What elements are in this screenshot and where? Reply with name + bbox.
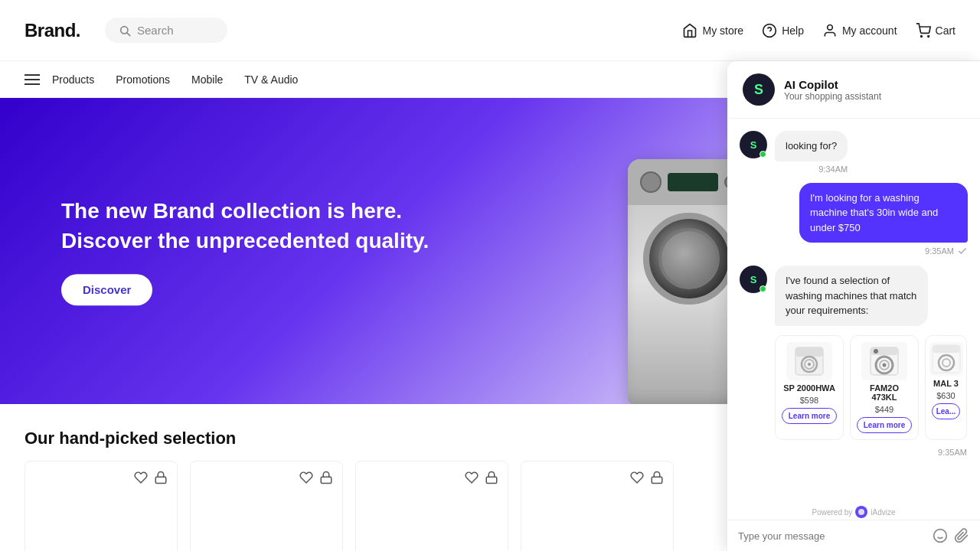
product-price-3: $630 — [936, 391, 955, 400]
chat-message-input[interactable] — [738, 530, 926, 542]
chat-product-1: SP 2000HWA $598 Learn more — [775, 335, 844, 440]
cart-add-icon[interactable] — [319, 471, 333, 484]
cart-add-icon[interactable] — [154, 471, 168, 484]
product-image-3 — [929, 342, 963, 376]
svg-rect-9 — [486, 477, 497, 483]
my-store-label: My store — [702, 24, 743, 37]
nav-promotions[interactable]: Promotions — [116, 73, 170, 86]
product-price-2: $449 — [875, 405, 893, 414]
svg-point-4 — [828, 24, 833, 30]
read-receipt-icon — [957, 246, 968, 256]
hero-discover-button[interactable]: Discover — [61, 275, 152, 306]
svg-rect-8 — [321, 477, 332, 483]
svg-point-27 — [934, 530, 947, 543]
cart-icon — [916, 23, 931, 38]
cart-add-icon[interactable] — [650, 471, 664, 484]
help-label: Help — [782, 24, 804, 37]
my-store-button[interactable]: My store — [682, 23, 743, 38]
chat-message-2: I'm looking for a washing machine that's… — [740, 183, 968, 257]
my-account-button[interactable]: My account — [822, 23, 897, 38]
nav-products[interactable]: Products — [52, 73, 94, 86]
chat-input-row — [727, 520, 980, 551]
svg-rect-23 — [933, 345, 960, 353]
product-learn-more-2[interactable]: Learn more — [857, 417, 912, 433]
nav-mobile[interactable]: Mobile — [191, 73, 223, 86]
msg-time-3: 9:35AM — [775, 448, 967, 457]
user-message-bubble: I'm looking for a washing machine that's… — [799, 183, 968, 243]
attachment-icon[interactable] — [954, 528, 969, 543]
chat-title: AI Copilot — [784, 78, 881, 91]
chat-messages: S looking for? 9:34AM I'm looking for a … — [727, 119, 980, 503]
product-card-3 — [355, 461, 508, 551]
cart-add-icon[interactable] — [485, 471, 498, 484]
my-account-label: My account — [842, 24, 897, 37]
nav-actions: My store Help My account Cart — [682, 23, 956, 38]
cart-label: Cart — [936, 24, 956, 37]
wishlist-icon[interactable] — [299, 471, 313, 484]
wishlist-icon[interactable] — [465, 471, 479, 484]
powered-by-text: Powered by — [812, 508, 852, 517]
powered-brand-text: iAdvize — [871, 508, 895, 517]
ai-avatar: S — [743, 73, 775, 106]
chat-subtitle: Your shopping assistant — [784, 91, 881, 102]
chat-product-2: FAM2O 473KL $449 Learn more — [850, 335, 919, 440]
emoji-icon[interactable] — [933, 528, 948, 543]
product-card-4 — [521, 461, 674, 551]
hero-content: The new Brand collection is here. Discov… — [61, 196, 429, 305]
wishlist-icon[interactable] — [630, 471, 644, 484]
search-icon — [119, 24, 131, 37]
svg-rect-21 — [874, 349, 878, 354]
msg-time-2: 9:35AM — [799, 246, 968, 256]
search-text: Search — [137, 24, 174, 37]
svg-point-6 — [927, 35, 929, 37]
powered-by-footer: Powered by iAdvize — [727, 503, 980, 520]
store-icon — [682, 23, 697, 38]
chat-message-3: S I've found a selection of washing mach… — [740, 266, 968, 457]
washer-img-icon-2 — [867, 344, 901, 378]
chat-message-1: S looking for? 9:34AM — [740, 131, 968, 174]
wishlist-icon[interactable] — [134, 471, 148, 484]
hamburger-menu[interactable] — [24, 74, 40, 85]
svg-rect-10 — [652, 477, 662, 483]
brand-logo[interactable]: Brand. — [24, 20, 80, 41]
search-bar[interactable]: Search — [105, 18, 227, 43]
bot-avatar-1: S — [740, 131, 767, 158]
hero-title: The new Brand collection is here. Discov… — [61, 196, 429, 256]
svg-point-20 — [883, 363, 887, 367]
product-name-3: MAL 3 — [933, 379, 959, 388]
chat-product-3: MAL 3 $630 Lea... — [925, 335, 967, 440]
iadvize-logo — [855, 506, 867, 518]
product-learn-more-3[interactable]: Lea... — [932, 403, 960, 419]
svg-rect-12 — [795, 347, 823, 357]
bot-message-bubble-2: I've found a selection of washing machin… — [775, 266, 928, 326]
chat-product-list: SP 2000HWA $598 Learn more — [775, 335, 967, 440]
msg-time-1: 9:34AM — [775, 165, 848, 174]
bot-avatar-2: S — [740, 266, 767, 293]
product-name-1: SP 2000HWA — [783, 383, 835, 393]
chat-panel: S AI Copilot Your shopping assistant S l… — [727, 61, 980, 551]
washer-img-icon — [792, 344, 826, 378]
product-learn-more-1[interactable]: Learn more — [782, 408, 837, 424]
top-nav: Brand. Search My store Help My account — [0, 0, 980, 61]
product-card-1 — [24, 461, 178, 551]
svg-rect-7 — [155, 477, 166, 483]
nav-tv-audio[interactable]: TV & Audio — [244, 73, 298, 86]
cart-button[interactable]: Cart — [916, 23, 956, 38]
product-name-2: FAM2O 473KL — [857, 383, 912, 402]
account-icon — [822, 23, 838, 38]
chat-header-text: AI Copilot Your shopping assistant — [784, 78, 881, 102]
washer-img-icon-3 — [929, 342, 963, 376]
product-price-1: $598 — [800, 396, 818, 405]
chat-header: S AI Copilot Your shopping assistant — [727, 61, 980, 119]
svg-line-1 — [127, 33, 130, 36]
help-icon — [762, 23, 777, 38]
help-button[interactable]: Help — [762, 23, 804, 38]
svg-point-15 — [808, 363, 811, 366]
product-card-2 — [190, 461, 343, 551]
product-image-2 — [861, 342, 907, 380]
online-indicator — [760, 151, 766, 158]
svg-point-5 — [920, 35, 922, 37]
svg-point-26 — [858, 509, 864, 515]
product-image-1 — [786, 342, 832, 380]
online-indicator-2 — [760, 285, 766, 292]
